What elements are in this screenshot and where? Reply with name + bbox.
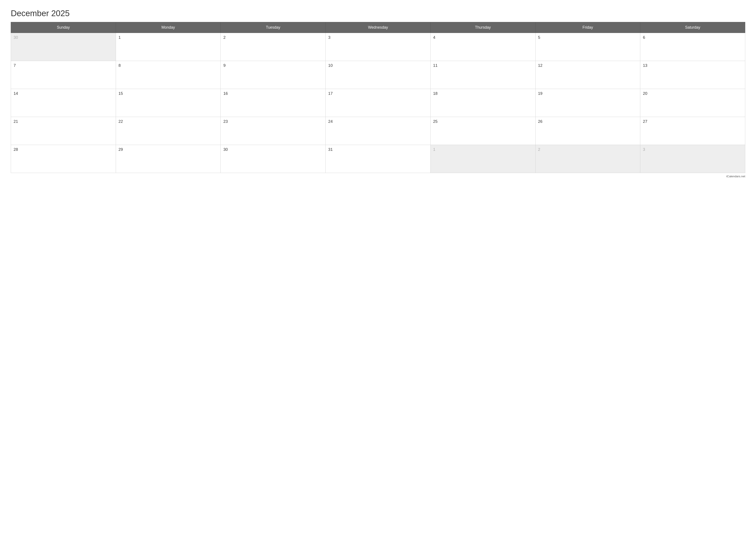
day-number: 6	[643, 35, 645, 39]
day-number: 28	[14, 147, 18, 152]
day-number: 4	[433, 35, 435, 39]
calendar-day-cell: 12	[535, 61, 640, 89]
calendar-day-cell: 4	[430, 33, 535, 61]
calendar-day-cell: 22	[116, 117, 221, 145]
day-number: 10	[328, 63, 333, 68]
calendar-day-cell: 16	[221, 89, 326, 117]
calendar-day-cell: 19	[535, 89, 640, 117]
calendar-day-cell: 29	[116, 145, 221, 173]
day-number: 12	[538, 63, 543, 68]
day-number: 16	[223, 91, 228, 96]
calendar-day-cell: 25	[430, 117, 535, 145]
calendar-week-row: 30123456	[11, 33, 745, 61]
calendar-day-cell: 9	[221, 61, 326, 89]
day-number: 7	[14, 63, 16, 68]
calendar-day-cell: 10	[326, 61, 431, 89]
calendar-day-cell: 6	[640, 33, 745, 61]
calendar-day-cell: 30	[11, 33, 116, 61]
day-number: 1	[433, 147, 435, 152]
day-number: 3	[328, 35, 330, 39]
day-number: 22	[119, 119, 123, 124]
calendar-day-cell: 26	[535, 117, 640, 145]
calendar-week-row: 21222324252627	[11, 117, 745, 145]
day-number: 17	[328, 91, 333, 96]
calendar-day-cell: 24	[326, 117, 431, 145]
calendar-day-cell: 2	[535, 145, 640, 173]
calendar-day-cell: 13	[640, 61, 745, 89]
calendar-day-cell: 17	[326, 89, 431, 117]
day-number: 19	[538, 91, 543, 96]
day-number: 25	[433, 119, 438, 124]
calendar-day-cell: 3	[640, 145, 745, 173]
page-title: December 2025	[11, 9, 745, 18]
day-number: 24	[328, 119, 333, 124]
footer-credit: iCalendars.net	[11, 175, 745, 178]
calendar-table: SundayMondayTuesdayWednesdayThursdayFrid…	[11, 22, 745, 173]
weekday-header-sunday: Sunday	[11, 22, 116, 33]
weekday-header-friday: Friday	[535, 22, 640, 33]
calendar-day-cell: 11	[430, 61, 535, 89]
day-number: 30	[14, 35, 18, 39]
calendar-day-cell: 30	[221, 145, 326, 173]
day-number: 9	[223, 63, 226, 68]
calendar-day-cell: 20	[640, 89, 745, 117]
day-number: 8	[119, 63, 121, 68]
day-number: 29	[119, 147, 123, 152]
day-number: 11	[433, 63, 438, 68]
weekday-header-thursday: Thursday	[430, 22, 535, 33]
calendar-day-cell: 2	[221, 33, 326, 61]
day-number: 20	[643, 91, 647, 96]
day-number: 23	[223, 119, 228, 124]
calendar-day-cell: 14	[11, 89, 116, 117]
calendar-day-cell: 23	[221, 117, 326, 145]
weekday-header-tuesday: Tuesday	[221, 22, 326, 33]
calendar-day-cell: 1	[430, 145, 535, 173]
day-number: 2	[223, 35, 226, 39]
day-number: 18	[433, 91, 438, 96]
day-number: 21	[14, 119, 18, 124]
weekday-header-monday: Monday	[116, 22, 221, 33]
calendar-day-cell: 15	[116, 89, 221, 117]
day-number: 3	[643, 147, 645, 152]
day-number: 31	[328, 147, 333, 152]
calendar-day-cell: 31	[326, 145, 431, 173]
calendar-day-cell: 27	[640, 117, 745, 145]
calendar-week-row: 78910111213	[11, 61, 745, 89]
calendar-week-row: 14151617181920	[11, 89, 745, 117]
weekday-header-saturday: Saturday	[640, 22, 745, 33]
day-number: 30	[223, 147, 228, 152]
calendar-day-cell: 1	[116, 33, 221, 61]
calendar-day-cell: 7	[11, 61, 116, 89]
calendar-day-cell: 21	[11, 117, 116, 145]
calendar-day-cell: 3	[326, 33, 431, 61]
day-number: 13	[643, 63, 647, 68]
day-number: 15	[119, 91, 123, 96]
day-number: 14	[14, 91, 18, 96]
day-number: 1	[119, 35, 121, 39]
calendar-body: 3012345678910111213141516171819202122232…	[11, 33, 745, 173]
calendar-day-cell: 18	[430, 89, 535, 117]
day-number: 27	[643, 119, 647, 124]
day-number: 26	[538, 119, 543, 124]
day-number: 2	[538, 147, 540, 152]
calendar-day-cell: 28	[11, 145, 116, 173]
day-number: 5	[538, 35, 540, 39]
calendar-week-row: 28293031123	[11, 145, 745, 173]
calendar-day-cell: 5	[535, 33, 640, 61]
calendar-day-cell: 8	[116, 61, 221, 89]
weekday-header-row: SundayMondayTuesdayWednesdayThursdayFrid…	[11, 22, 745, 33]
weekday-header-wednesday: Wednesday	[326, 22, 431, 33]
